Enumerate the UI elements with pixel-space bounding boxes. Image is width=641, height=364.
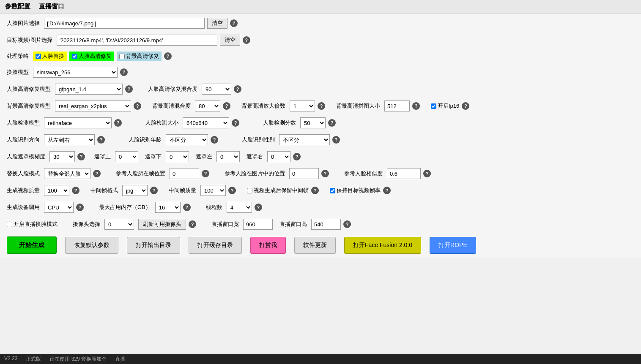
frame-format-help-icon[interactable]: ? xyxy=(150,187,158,194)
face-direction-label: 人脸识别方向 xyxy=(7,136,40,144)
face-direction-select[interactable]: 从左到右 xyxy=(44,134,95,145)
video-quality-select[interactable]: 100 xyxy=(44,185,69,196)
mask-blur-select[interactable]: 30 xyxy=(49,151,75,162)
mask-bottom-select[interactable]: 0 xyxy=(166,151,189,162)
live-size-help-icon[interactable]: ? xyxy=(343,220,351,228)
update-btn[interactable]: 软件更新 xyxy=(294,237,336,254)
target-video-input[interactable] xyxy=(57,35,217,46)
live-height-input[interactable] xyxy=(311,219,341,230)
face-direction-help-icon[interactable]: ? xyxy=(97,136,105,144)
face-gender-select[interactable]: 不区分 xyxy=(279,134,330,145)
ref-image-pos-input[interactable] xyxy=(289,168,319,179)
threads-select[interactable]: 4816 xyxy=(227,202,252,213)
face-enhance-blend-select[interactable]: 90 xyxy=(202,84,231,95)
refresh-camera-btn[interactable]: 刷新可用摄像头 xyxy=(138,219,186,230)
face-gender-help-icon[interactable]: ? xyxy=(332,136,340,144)
live-width-input[interactable] xyxy=(243,219,273,230)
frame-quality-select[interactable]: 100 xyxy=(200,185,226,196)
face-age-help-icon[interactable]: ? xyxy=(211,136,218,144)
mask-right-help-icon[interactable]: ? xyxy=(293,153,301,160)
video-quality-help-icon[interactable]: ? xyxy=(72,187,79,194)
face-detect-score-label: 人脸检测分数 xyxy=(263,119,296,127)
face-age-select[interactable]: 不区分 xyxy=(166,134,208,145)
restore-btn[interactable]: 恢复默认参数 xyxy=(65,237,118,254)
frame-quality-help-icon[interactable]: ? xyxy=(228,187,236,194)
face-enhance-model-select[interactable]: gfpgan_1.4 xyxy=(55,84,123,95)
max-memory-select[interactable]: 1684 xyxy=(155,202,181,213)
bg-enhance-blend-help-icon[interactable]: ? xyxy=(223,102,230,110)
swap-mode-select[interactable]: 替换全部人脸 xyxy=(44,168,90,179)
swap-mode-help-icon[interactable]: ? xyxy=(93,170,101,177)
face-detect-model-help-icon[interactable]: ? xyxy=(114,119,122,127)
target-video-help-icon[interactable]: ? xyxy=(243,36,250,44)
bg-enhance-scale-select[interactable]: 124 xyxy=(290,101,315,111)
face-detect-size-select[interactable]: 640x640320x320 xyxy=(183,117,229,128)
keep-frames-label[interactable]: 视频生成后保留中间帧 xyxy=(247,187,309,194)
swap-model-select[interactable]: simswap_256 xyxy=(33,67,118,78)
mask-top-select[interactable]: 0 xyxy=(115,151,138,162)
keep-frames-help-icon[interactable]: ? xyxy=(311,187,319,194)
swap-model-help-icon[interactable]: ? xyxy=(120,68,128,76)
fp16-label[interactable]: 开启fp16 xyxy=(431,102,459,110)
tab-params[interactable]: 参数配置 xyxy=(5,3,30,11)
start-btn[interactable]: 开始生成 xyxy=(7,236,57,254)
target-video-clear-btn[interactable]: 清空 xyxy=(220,35,240,46)
open-rope-btn[interactable]: 打开ROPE xyxy=(430,237,476,254)
mask-right-select[interactable]: 0 xyxy=(267,151,290,162)
face-image-input[interactable] xyxy=(44,18,205,29)
ref-frame-pos-input[interactable] xyxy=(170,168,199,179)
face-detect-score-select[interactable]: 50 xyxy=(300,117,326,128)
strategy-face-swap[interactable]: 人脸替换 xyxy=(33,52,67,61)
threads-help-icon[interactable]: ? xyxy=(255,204,262,211)
mask-blur-help-icon[interactable]: ? xyxy=(77,153,85,160)
fp16-help-icon[interactable]: ? xyxy=(462,102,469,110)
tab-live-window[interactable]: 直播窗口 xyxy=(39,3,64,11)
ref-face-sim-help-icon[interactable]: ? xyxy=(423,170,431,177)
live-mode-label[interactable]: 开启直播换脸模式 xyxy=(7,220,58,228)
frame-format-select[interactable]: jpgpng xyxy=(122,185,148,196)
ref-face-sim-input[interactable] xyxy=(387,168,421,179)
strategy-face-enhance-checkbox[interactable] xyxy=(72,54,77,59)
strategy-bg-enhance-checkbox[interactable] xyxy=(119,54,125,59)
mask-left-select[interactable]: 0 xyxy=(216,151,240,162)
strategy-bg-enhance[interactable]: 背景高清修复 xyxy=(117,52,162,61)
face-detect-model-select[interactable]: retinaface xyxy=(44,117,112,128)
face-gender-label: 人脸识别性别 xyxy=(242,136,275,144)
strategy-help-icon[interactable]: ? xyxy=(164,52,172,60)
live-mode-row: 开启直播换脸模式 摄像头选择 0 刷新可用摄像头 ? 直播窗口宽 直播窗口高 ? xyxy=(7,219,634,230)
max-memory-help-icon[interactable]: ? xyxy=(183,204,191,211)
bg-enhance-blend-select[interactable]: 80 xyxy=(195,101,220,111)
max-memory-label: 最大占用内存（GB） xyxy=(99,204,151,211)
face-detect-score-help-icon[interactable]: ? xyxy=(328,119,336,127)
keep-fps-label[interactable]: 保持目标视频帧率 xyxy=(330,187,381,194)
face-image-clear-btn[interactable]: 清空 xyxy=(207,18,227,29)
device-help-icon[interactable]: ? xyxy=(76,204,84,211)
bg-enhance-model-help-icon[interactable]: ? xyxy=(134,102,141,110)
processing-strategy-row: 处理策略 人脸替换 人脸高清修复 背景高清修复 ? xyxy=(7,52,634,61)
strategy-face-swap-checkbox[interactable] xyxy=(36,54,41,59)
bg-enhance-model-select[interactable]: real_esrgan_x2plus xyxy=(55,101,131,111)
fp16-checkbox[interactable] xyxy=(431,103,436,109)
keep-fps-help-icon[interactable]: ? xyxy=(383,187,391,194)
device-select[interactable]: CPUCUDA xyxy=(44,202,74,213)
mask-blur-label: 人脸遮罩模糊度 xyxy=(7,153,45,160)
open-output-btn[interactable]: 打开输出目录 xyxy=(127,237,180,254)
face-detect-size-help-icon[interactable]: ? xyxy=(232,119,239,127)
strategy-face-enhance[interactable]: 人脸高清修复 xyxy=(69,52,114,61)
refresh-camera-help-icon[interactable]: ? xyxy=(189,220,196,228)
bg-enhance-scale-help-icon[interactable]: ? xyxy=(318,102,325,110)
live-mode-checkbox[interactable] xyxy=(7,222,12,227)
ref-image-pos-help-icon[interactable]: ? xyxy=(321,170,329,177)
bg-tile-size-input[interactable] xyxy=(384,101,410,111)
reward-btn[interactable]: 打赏我 xyxy=(250,237,286,254)
camera-select[interactable]: 0 xyxy=(104,219,134,230)
open-ff-btn[interactable]: 打开Face Fusion 2.0.0 xyxy=(344,237,421,254)
bg-tile-size-help-icon[interactable]: ? xyxy=(412,102,420,110)
ref-frame-pos-help-icon[interactable]: ? xyxy=(202,170,209,177)
keep-frames-checkbox[interactable] xyxy=(247,188,252,193)
open-cache-btn[interactable]: 打开缓存目录 xyxy=(189,237,242,254)
face-enhance-model-help-icon[interactable]: ? xyxy=(125,85,133,93)
keep-fps-checkbox[interactable] xyxy=(330,188,335,193)
face-enhance-blend-help-icon[interactable]: ? xyxy=(234,85,241,93)
face-image-help-icon[interactable]: ? xyxy=(230,19,238,27)
